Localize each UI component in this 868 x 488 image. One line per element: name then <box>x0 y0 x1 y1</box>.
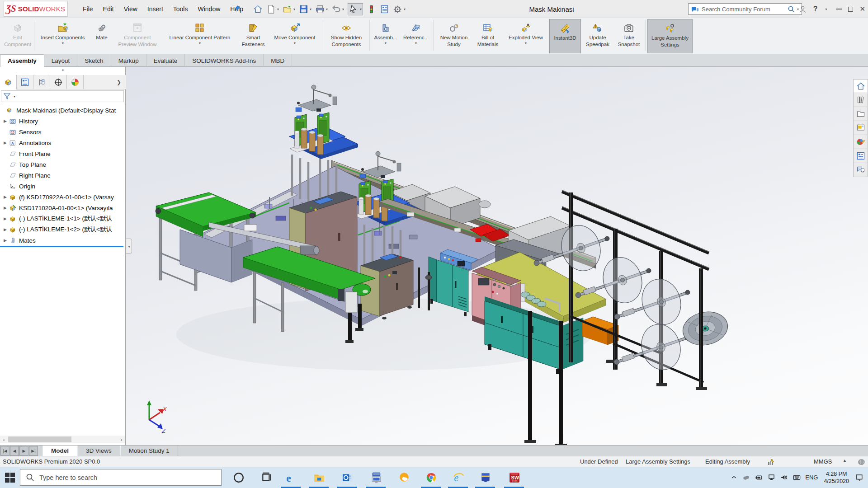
tree-item[interactable]: Sensors <box>0 127 126 137</box>
ribbon-editcomp-button[interactable]: EditComponent <box>3 19 32 53</box>
taskbar-outlook-icon[interactable] <box>341 471 354 484</box>
taskbar-taskview-icon[interactable] <box>260 471 273 484</box>
ribbon-refgeom-button[interactable]: Referenc...▾ <box>401 19 431 53</box>
qat-print-button[interactable]: ▾ <box>315 5 328 14</box>
qat-traffic-button[interactable] <box>367 5 376 14</box>
panel-tab-display[interactable] <box>67 75 84 89</box>
taskpane-forum-tab[interactable] <box>853 163 868 177</box>
tab-solidworks-add-ins[interactable]: SOLIDWORKS Add-Ins <box>185 54 264 67</box>
close-button[interactable]: ✕ <box>859 5 865 13</box>
qat-newdoc-button[interactable]: ▾ <box>266 5 279 14</box>
ribbon-pattern-button[interactable]: Linear Component Pattern▾ <box>162 19 238 53</box>
tray-cloud-icon[interactable] <box>742 473 750 482</box>
tree-item[interactable]: Top Plane <box>0 159 126 170</box>
tray-keyboard-icon[interactable] <box>793 473 801 482</box>
panel-splitter-dot[interactable]: ● <box>0 67 126 75</box>
taskpane-home-tab[interactable] <box>853 79 868 93</box>
ribbon-fasteners-button[interactable]: SmartFasteners <box>239 19 268 53</box>
ribbon-movecomp-button[interactable]: Move Component▾ <box>269 19 321 53</box>
panel-tab-config[interactable] <box>33 75 50 89</box>
tree-item[interactable]: ▶AAnnotations <box>0 137 126 148</box>
tree-item[interactable]: Front Plane <box>0 148 126 159</box>
tree-item[interactable]: Mask Makinasi (Default<Display Stat <box>0 105 126 116</box>
help-arrow[interactable]: ▾ <box>825 7 827 11</box>
ribbon-bom-button[interactable]: Bill ofMaterials <box>473 19 502 53</box>
tab-nav-prev[interactable]: ◀ <box>10 446 19 456</box>
taskpane-palette-tab[interactable] <box>853 121 868 135</box>
minimize-button[interactable] <box>836 9 842 9</box>
panel-collapse-handle[interactable]: ◂ <box>126 239 132 254</box>
qat-cursor-button[interactable]: ▾ <box>348 3 363 15</box>
tree-item[interactable]: ▶(-) LASTİKLEME-1<1> (默认<默认 <box>0 213 126 224</box>
menu-file[interactable]: File <box>78 4 98 14</box>
rollback-bar[interactable] <box>0 246 123 247</box>
panel-horizontal-scrollbar[interactable]: ‹ › <box>0 436 125 443</box>
tree-item[interactable]: ▶(-) LASTİKLEME-1<2> (默认<默认 <box>0 224 126 235</box>
tab-layout[interactable]: Layout <box>44 54 78 67</box>
ribbon-exploded-button[interactable]: Exploded View▾ <box>503 19 548 53</box>
tab-nav-next[interactable]: ▶ <box>19 446 28 456</box>
ribbon-showhidden-button[interactable]: Show HiddenComponents <box>325 19 368 53</box>
tab-nav-last[interactable]: ▶| <box>29 446 38 456</box>
taskbar-cortana-icon[interactable] <box>232 471 245 484</box>
ribbon-snapshot-button[interactable]: TakeSnapshot <box>614 19 643 53</box>
taskbar-chrome-icon[interactable] <box>425 471 438 484</box>
taskbar-computer-icon[interactable] <box>370 471 382 484</box>
tray-language[interactable]: ENG <box>805 474 818 481</box>
machine-3d-model[interactable]: XZ <box>126 67 868 445</box>
menu-view[interactable]: View <box>119 4 142 14</box>
scroll-left-arrow[interactable]: ‹ <box>0 437 8 442</box>
tab-assembly[interactable]: Assembly <box>0 54 44 67</box>
tab-evaluate[interactable]: Evaluate <box>146 54 185 67</box>
start-button[interactable] <box>5 472 15 483</box>
ribbon-mate-button[interactable]: Mate <box>90 19 113 53</box>
doc-tab-model[interactable]: Model <box>42 446 77 456</box>
tree-item[interactable]: ▶(f) KSD170922A-01-00<1> (Varsay <box>0 192 126 202</box>
panel-tab-overflow-arrow[interactable]: ❯ <box>112 75 126 89</box>
ribbon-preview-button[interactable]: ComponentPreview Window <box>114 19 161 53</box>
taskbar-sw-icon[interactable]: SW2020 <box>508 471 521 484</box>
taskbar-search[interactable]: Type here to search <box>20 469 222 486</box>
tray-volume-icon[interactable] <box>780 473 788 482</box>
taskpane-folder-tab[interactable] <box>853 107 868 121</box>
tray-clock[interactable]: 4:28 PM4/25/2020 <box>824 470 849 485</box>
ribbon-speedpak-button[interactable]: !UpdateSpeedpak <box>582 19 613 53</box>
taskbar-flag-icon[interactable] <box>479 471 492 484</box>
taskbar-folder-icon[interactable] <box>313 471 326 484</box>
taskbar-weather-icon[interactable] <box>398 471 410 484</box>
ribbon-insert-button[interactable]: Insert Components▾ <box>36 19 90 53</box>
tray-chevron-icon[interactable] <box>730 474 738 481</box>
tree-item[interactable]: ▶Mates <box>0 235 126 246</box>
qat-home-button[interactable] <box>253 5 263 14</box>
tray-network-icon[interactable] <box>767 473 776 482</box>
ribbon-motion-button[interactable]: New MotionStudy <box>435 19 472 53</box>
tree-item[interactable]: ▶History <box>0 116 126 127</box>
status-pencil-icon[interactable] <box>767 458 776 466</box>
status-units[interactable]: MMGS <box>814 458 832 465</box>
panel-tab-asmtree[interactable] <box>0 75 17 89</box>
panel-tab-props[interactable] <box>17 75 33 89</box>
ribbon-instant3d-button[interactable]: Instant3D <box>549 19 581 53</box>
restore-button[interactable] <box>848 7 853 12</box>
help-icon[interactable]: ? <box>813 5 818 13</box>
status-units-arrow[interactable]: ▲ <box>843 458 847 463</box>
qat-undo-button[interactable]: ▾ <box>331 5 344 14</box>
taskbar-ie-icon[interactable]: e <box>452 471 465 484</box>
taskpane-appearance-tab[interactable] <box>853 135 868 149</box>
community-search[interactable]: Search Community Forum ▾ <box>688 3 802 15</box>
panel-tab-dimx[interactable] <box>50 75 67 89</box>
scroll-right-arrow[interactable]: › <box>118 437 125 442</box>
taskbar-edge-icon[interactable]: e <box>285 471 297 484</box>
tray-power-icon[interactable] <box>755 473 763 482</box>
menu-window[interactable]: Window <box>193 4 225 14</box>
menu-edit[interactable]: Edit <box>98 4 119 14</box>
ribbon-largeasm-button[interactable]: Large AssemblySettings <box>647 19 693 53</box>
user-icon[interactable] <box>798 5 807 14</box>
qat-gear-button[interactable]: ▾ <box>393 5 406 14</box>
qat-save-button[interactable]: ▾ <box>299 5 311 14</box>
qat-report-button[interactable] <box>380 5 389 14</box>
menu-tools[interactable]: Tools <box>168 4 193 14</box>
tree-item[interactable]: Right Plane <box>0 170 126 181</box>
tree-item[interactable]: Origin <box>0 181 126 192</box>
taskpane-props-tab[interactable] <box>853 149 868 163</box>
